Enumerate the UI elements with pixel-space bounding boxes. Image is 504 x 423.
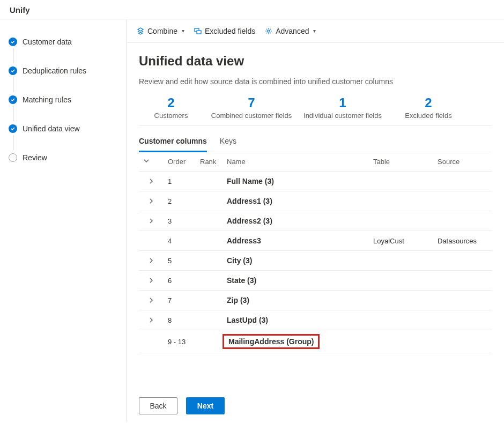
chevron-right-icon[interactable]: [149, 217, 154, 225]
wizard-sidebar: Customer dataDeduplication rulesMatching…: [0, 19, 127, 422]
table-row[interactable]: 1Full Name (3): [139, 172, 492, 191]
main-content: Combine ▾ Excluded fields Advanced ▾ Uni…: [127, 19, 504, 422]
sidebar-step[interactable]: Review: [6, 149, 122, 166]
tab-keys[interactable]: Keys: [220, 133, 236, 152]
table-row[interactable]: 9 - 13MailingAddress (Group): [139, 330, 492, 353]
page-title: Unified data view: [139, 54, 492, 69]
stat-value: 1: [300, 95, 386, 110]
stats-row: 2Customers7Combined customer fields1Indi…: [139, 95, 492, 126]
row-order: 1: [164, 172, 196, 191]
back-button[interactable]: Back: [139, 397, 177, 414]
row-order: 5: [164, 251, 196, 271]
row-name: Address2 (3): [227, 217, 272, 225]
row-order: 7: [164, 291, 196, 310]
row-order: 4: [164, 231, 196, 251]
row-name-cell: Full Name (3): [223, 172, 369, 191]
chevron-right-icon[interactable]: [149, 197, 154, 205]
row-rank: [196, 251, 223, 271]
row-table: [369, 211, 433, 231]
row-table: [369, 172, 433, 191]
chevron-right-icon[interactable]: [149, 177, 154, 185]
advanced-button[interactable]: Advanced ▾: [265, 27, 316, 35]
row-rank: [196, 231, 223, 251]
sidebar-step[interactable]: Deduplication rules: [6, 62, 122, 79]
row-source: [433, 211, 492, 231]
tabs: Customer columns Keys: [139, 133, 492, 152]
sidebar-step[interactable]: Unified data view: [6, 120, 122, 137]
table-row[interactable]: 3Address2 (3): [139, 211, 492, 231]
stat-value: 2: [391, 95, 466, 110]
row-name: City (3): [227, 256, 252, 265]
chevron-right-icon[interactable]: [149, 316, 154, 324]
row-source: [433, 271, 492, 291]
row-table: [369, 251, 433, 271]
stat-label: Individual customer fields: [300, 112, 386, 120]
row-source: [433, 291, 492, 310]
row-name-cell: City (3): [223, 251, 369, 271]
table-row[interactable]: 8LastUpd (3): [139, 310, 492, 330]
row-name-cell: MailingAddress (Group): [223, 330, 369, 353]
chevron-down-icon: ▾: [182, 28, 184, 34]
row-source: [433, 191, 492, 211]
svg-point-2: [268, 29, 270, 32]
row-rank: [196, 291, 223, 310]
row-name: MailingAddress (Group): [228, 337, 314, 346]
gear-icon: [265, 27, 272, 35]
row-table: [369, 191, 433, 211]
chevron-right-icon[interactable]: [149, 296, 154, 305]
col-table-header[interactable]: Table: [369, 152, 433, 172]
wizard-footer: Back Next: [127, 390, 504, 422]
table-row[interactable]: 2Address1 (3): [139, 191, 492, 211]
chevron-down-icon: [143, 158, 150, 166]
row-order: 3: [164, 211, 196, 231]
check-icon: [9, 95, 17, 104]
check-icon: [9, 66, 17, 75]
row-name-cell: Address3: [223, 231, 369, 251]
app-title: Unify: [10, 5, 30, 14]
col-name-header[interactable]: Name: [223, 152, 369, 172]
highlight-frame: MailingAddress (Group): [223, 334, 320, 349]
table-row[interactable]: 5City (3): [139, 251, 492, 271]
row-source: [433, 310, 492, 330]
sidebar-step-label: Deduplication rules: [23, 66, 86, 75]
row-table: LoyalCust: [369, 231, 433, 251]
row-order: 2: [164, 191, 196, 211]
stat-label: Combined customer fields: [209, 112, 294, 120]
chevron-down-icon: ▾: [313, 28, 316, 34]
col-rank-header[interactable]: Rank: [196, 152, 223, 172]
row-rank: [196, 271, 223, 291]
table-row[interactable]: 6State (3): [139, 271, 492, 291]
col-order-header[interactable]: Order: [164, 152, 196, 172]
table-row[interactable]: 7Zip (3): [139, 291, 492, 310]
row-rank: [196, 310, 223, 330]
row-order: 9 - 13: [164, 330, 196, 353]
sidebar-step-label: Matching rules: [23, 95, 71, 104]
table-row[interactable]: 4Address3LoyalCustDatasources: [139, 231, 492, 251]
row-name-cell: Address1 (3): [223, 191, 369, 211]
row-source: [433, 330, 492, 353]
row-rank: [196, 172, 223, 191]
page-header: Unify: [0, 0, 504, 19]
sidebar-step[interactable]: Matching rules: [6, 91, 122, 108]
excluded-fields-button[interactable]: Excluded fields: [194, 27, 255, 35]
tab-customer-columns[interactable]: Customer columns: [139, 133, 207, 152]
check-icon: [9, 38, 17, 46]
sidebar-step-label: Customer data: [23, 38, 72, 46]
row-name-cell: Address2 (3): [223, 211, 369, 231]
combine-button[interactable]: Combine ▾: [137, 27, 184, 35]
excluded-label: Excluded fields: [205, 27, 255, 35]
customer-columns-table: Order Rank Name Table Source 1Full Name …: [139, 152, 492, 353]
chevron-right-icon[interactable]: [149, 256, 154, 265]
row-order: 6: [164, 271, 196, 291]
row-name-cell: LastUpd (3): [223, 310, 369, 330]
stat-value: 2: [139, 95, 203, 110]
sidebar-step[interactable]: Customer data: [6, 33, 122, 50]
chevron-right-icon[interactable]: [149, 276, 154, 285]
row-rank: [196, 330, 223, 353]
stat-value: 7: [209, 95, 294, 110]
col-source-header[interactable]: Source: [433, 152, 492, 172]
row-table: [369, 310, 433, 330]
next-button[interactable]: Next: [186, 397, 225, 414]
col-expand[interactable]: [139, 152, 164, 172]
svg-rect-1: [197, 31, 201, 34]
